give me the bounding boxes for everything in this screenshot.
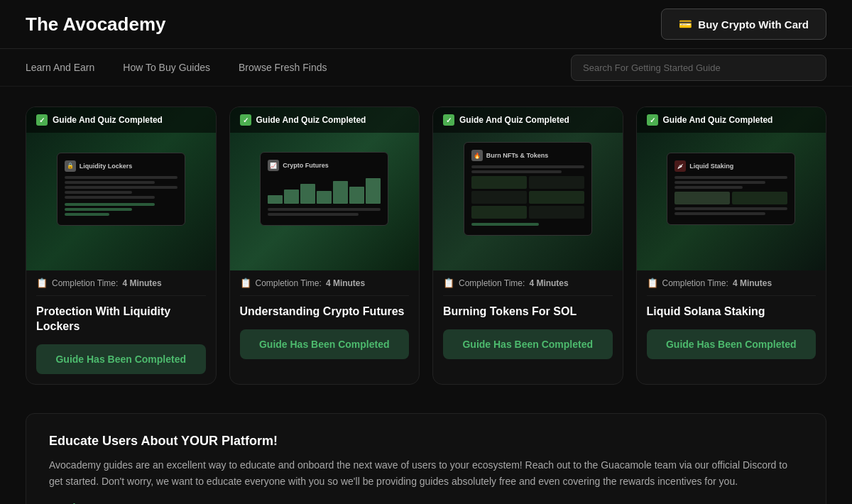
mockup-grid-3 xyxy=(471,176,584,219)
chart-bar xyxy=(268,195,283,204)
info-title: Educate Users About YOUR Platform! xyxy=(49,434,803,449)
grid-cell xyxy=(674,192,730,204)
chart-bar xyxy=(333,181,348,204)
completion-time-4: 📋 Completion Time: 4 Minutes xyxy=(647,270,816,296)
mockup-chart-2 xyxy=(268,175,381,204)
completed-btn-3[interactable]: Guide Has Been Completed xyxy=(443,329,613,359)
mockup-line xyxy=(674,212,765,215)
mockup-3: 🔥 Burn NFTs & Tokens xyxy=(464,142,592,236)
search-input[interactable] xyxy=(571,55,826,81)
mockup-line xyxy=(65,186,178,189)
clock-icon-3: 📋 xyxy=(443,278,454,288)
completion-time-1: 📋 Completion Time: 4 Minutes xyxy=(36,270,206,296)
mockup-line xyxy=(65,191,133,194)
clock-icon-4: 📋 xyxy=(647,278,658,288)
info-title-text: Educate Users About YOUR Platform! xyxy=(49,434,278,448)
clock-icon-1: 📋 xyxy=(36,278,48,288)
mockup-title-3: Burn NFTs & Tokens xyxy=(486,152,549,159)
completed-btn-1[interactable]: Guide Has Been Completed xyxy=(36,344,206,374)
mockup-line xyxy=(65,196,155,199)
search-container xyxy=(571,55,826,81)
nav-bar: Learn And Earn How To Buy Guides Browse … xyxy=(0,49,852,87)
mockup-line xyxy=(674,207,787,210)
card-body-2: 📋 Completion Time: 4 Minutes Understandi… xyxy=(230,270,420,369)
cards-grid: ✓ Guide And Quiz Completed 🔒 Liquidity L… xyxy=(26,106,826,385)
chart-bar xyxy=(366,178,381,204)
mockup-line xyxy=(471,170,562,173)
mockup-grid-4 xyxy=(674,192,787,204)
grid-cell xyxy=(471,176,527,189)
mockup-line xyxy=(268,213,358,216)
grid-cell xyxy=(529,191,584,204)
completion-value-3: 4 Minutes xyxy=(529,278,568,288)
mockup-line xyxy=(471,223,540,226)
badge-label-4: Guide And Quiz Completed xyxy=(663,115,773,125)
completed-btn-4[interactable]: Guide Has Been Completed xyxy=(647,329,816,359)
completion-time-3: 📋 Completion Time: 4 Minutes xyxy=(443,270,613,296)
badge-label-1: Guide And Quiz Completed xyxy=(53,115,163,125)
card-burning-tokens: ✓ Guide And Quiz Completed 🔥 Burn NFTs &… xyxy=(432,106,623,385)
mockup-line xyxy=(674,181,765,184)
clock-icon-2: 📋 xyxy=(240,278,251,288)
nav-browse-fresh[interactable]: Browse Fresh Finds xyxy=(239,62,327,73)
badge-label-2: Guide And Quiz Completed xyxy=(256,115,366,125)
main-content: ✓ Guide And Quiz Completed 🔒 Liquidity L… xyxy=(0,87,852,504)
completion-label-2: Completion Time: xyxy=(256,278,322,288)
badge-label-3: Guide And Quiz Completed xyxy=(459,115,569,125)
card-liquid-staking: ✓ Guide And Quiz Completed 🌶 Liquid Stak… xyxy=(636,106,827,385)
buy-crypto-button[interactable]: 💳 Buy Crypto With Card xyxy=(661,9,826,40)
card-title-1: Protection With Liquidity Lockers xyxy=(36,305,206,334)
nav-links: Learn And Earn How To Buy Guides Browse … xyxy=(26,49,327,86)
grid-cell xyxy=(471,191,527,204)
info-section: Educate Users About YOUR Platform! Avoca… xyxy=(26,413,826,504)
card-title-2: Understanding Crypto Futures xyxy=(240,305,410,319)
card-image-3: ✓ Guide And Quiz Completed 🔥 Burn NFTs &… xyxy=(433,107,623,270)
mockup-line xyxy=(65,213,110,216)
mockup-line xyxy=(65,176,178,179)
card-liquidity-lockers: ✓ Guide And Quiz Completed 🔒 Liquidity L… xyxy=(26,106,217,385)
completion-value-1: 4 Minutes xyxy=(122,278,161,288)
completion-label-3: Completion Time: xyxy=(459,278,525,288)
mockup-1: 🔒 Liquidity Lockers xyxy=(57,153,185,226)
mockup-icon-1: 🔒 xyxy=(65,160,76,172)
card-crypto-futures: ✓ Guide And Quiz Completed 📈 Crypto Futu… xyxy=(229,106,420,385)
mockup-line xyxy=(65,208,133,211)
completion-label-4: Completion Time: xyxy=(662,278,728,288)
card-title-3: Burning Tokens For SOL xyxy=(443,305,613,319)
check-icon-3: ✓ xyxy=(443,114,454,126)
completed-badge-1: ✓ Guide And Quiz Completed xyxy=(26,107,216,133)
mockup-line xyxy=(471,165,584,168)
mockup-icon-3: 🔥 xyxy=(471,150,483,161)
buy-crypto-label: Buy Crypto With Card xyxy=(698,18,809,31)
check-icon-1: ✓ xyxy=(36,114,48,126)
nav-how-to-buy[interactable]: How To Buy Guides xyxy=(123,62,210,73)
card-body-3: 📋 Completion Time: 4 Minutes Burning Tok… xyxy=(433,270,623,369)
mockup-title-2: Crypto Futures xyxy=(283,162,329,169)
grid-cell xyxy=(529,206,584,219)
mockup-line xyxy=(65,181,155,184)
check-icon-2: ✓ xyxy=(240,114,251,126)
mockup-line xyxy=(674,186,743,189)
completed-badge-2: ✓ Guide And Quiz Completed xyxy=(230,107,420,133)
mockup-line xyxy=(268,208,381,211)
site-title: The Avocademy xyxy=(26,13,165,35)
completion-value-4: 4 Minutes xyxy=(733,278,772,288)
completed-btn-2[interactable]: Guide Has Been Completed xyxy=(240,329,410,359)
chart-bar xyxy=(349,187,364,204)
grid-cell xyxy=(529,176,584,189)
mockup-title-1: Liquidity Lockers xyxy=(80,163,133,170)
card-image-2: ✓ Guide And Quiz Completed 📈 Crypto Futu… xyxy=(230,107,420,270)
completed-badge-3: ✓ Guide And Quiz Completed xyxy=(433,107,623,133)
nav-learn-earn[interactable]: Learn And Earn xyxy=(26,62,94,73)
credit-card-icon: 💳 xyxy=(679,18,692,31)
mockup-line xyxy=(674,176,787,179)
card-image-1: ✓ Guide And Quiz Completed 🔒 Liquidity L… xyxy=(26,107,216,270)
check-icon-4: ✓ xyxy=(647,114,658,126)
card-body-4: 📋 Completion Time: 4 Minutes Liquid Sola… xyxy=(637,270,826,369)
mockup-4: 🌶 Liquid Staking xyxy=(667,153,795,225)
grid-cell xyxy=(471,206,527,219)
mockup-title-4: Liquid Staking xyxy=(689,163,733,170)
completion-time-2: 📋 Completion Time: 4 Minutes xyxy=(240,270,410,296)
chart-bar xyxy=(317,191,332,204)
completion-label-1: Completion Time: xyxy=(52,278,118,288)
